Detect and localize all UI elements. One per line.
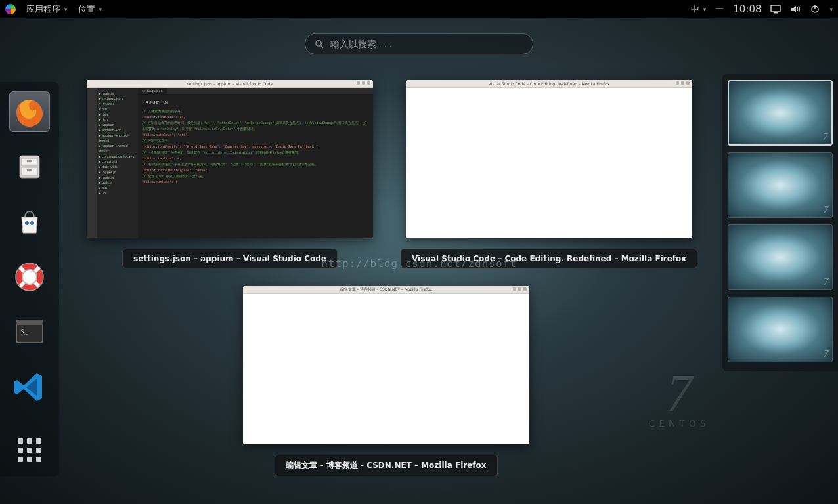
vscode-icon [13, 371, 46, 404]
overview-search[interactable] [305, 33, 533, 54]
search-icon [315, 39, 324, 49]
power-icon[interactable] [810, 4, 820, 14]
window-label: 编辑文章 - 博客频道 - CSDN.NET – Mozilla Firefox [275, 455, 497, 476]
window-title-small: Visual Studio Code – Code Editing. Redef… [489, 81, 609, 86]
volume-icon[interactable] [790, 4, 801, 14]
window-label: Visual Studio Code – Code Editing. Redef… [401, 249, 697, 268]
firefox-icon [12, 94, 47, 129]
svg-rect-10 [27, 160, 32, 162]
svg-point-13 [30, 221, 34, 225]
svg-line-5 [321, 46, 324, 49]
window-thumbnail-firefox-vscode[interactable]: Visual Studio Code – Code Editing. Redef… [401, 80, 697, 268]
lifebuoy-icon [13, 261, 46, 293]
chevron-down-icon: ▾ [64, 6, 68, 12]
workspace-thumb-2[interactable]: 7 [728, 152, 833, 218]
dash: $_ [0, 82, 59, 476]
places-label: 位置 [78, 3, 95, 15]
window-thumbnail-firefox-csdn[interactable]: 编辑文章 - 博客频道 - CSDN.NET – Mozilla Firefox… [243, 286, 529, 476]
svg-rect-3 [815, 5, 816, 9]
svg-text:$_: $_ [20, 328, 28, 335]
svg-rect-1 [774, 12, 778, 14]
window-titlebar: Visual Studio Code – Code Editing. Redef… [406, 80, 692, 88]
show-applications-button[interactable] [15, 436, 44, 465]
places-menu[interactable]: 位置 ▾ [78, 3, 102, 15]
svg-rect-11 [27, 169, 32, 171]
workspace-switcher: 7777 [722, 74, 838, 371]
window-label: settings.json – appium – Visual Studio C… [122, 249, 338, 268]
terminal-icon: $_ [14, 318, 45, 346]
svg-point-4 [316, 41, 321, 46]
svg-rect-0 [771, 5, 780, 12]
workspace-thumb-3[interactable]: 7 [728, 224, 833, 290]
window-titlebar: 编辑文章 - 博客频道 - CSDN.NET – Mozilla Firefox [243, 286, 529, 294]
dash-app-software[interactable] [9, 201, 50, 242]
dash-app-files[interactable] [9, 146, 50, 187]
top-panel: 应用程序 ▾ 位置 ▾ 中 ▾ 一 10:08 ▾ [0, 0, 838, 18]
chevron-down-icon: ▾ [99, 6, 102, 12]
distro-logo-icon [5, 4, 16, 14]
window-titlebar: settings.json – appium – Visual Studio C… [87, 80, 373, 88]
file-cabinet-icon [14, 152, 45, 182]
dash-app-firefox[interactable] [9, 91, 50, 132]
activities-overview: settings.json – appium – Visual Studio C… [72, 69, 713, 484]
screen-icon[interactable] [770, 4, 781, 14]
day-label: 一 [715, 3, 724, 15]
ime-indicator[interactable]: 中 ▾ [691, 3, 707, 15]
dash-app-vscode[interactable] [9, 367, 50, 408]
shopping-bag-icon [14, 207, 45, 237]
workspace-thumb-1[interactable]: 7 [728, 80, 833, 146]
clock[interactable]: 10:08 [733, 3, 761, 15]
search-input[interactable] [330, 39, 523, 49]
svg-rect-18 [16, 320, 43, 325]
window-title-small: settings.json – appium – Visual Studio C… [187, 81, 273, 86]
workspace-thumb-4[interactable]: 7 [728, 297, 833, 362]
window-title-small: 编辑文章 - 博客频道 - CSDN.NET – Mozilla Firefox [340, 287, 432, 293]
window-thumbnail-vscode[interactable]: settings.json – appium – Visual Studio C… [87, 80, 373, 268]
chevron-down-icon[interactable]: ▾ [829, 6, 833, 12]
chevron-down-icon: ▾ [703, 6, 707, 12]
ime-label: 中 [691, 3, 699, 15]
applications-menu[interactable]: 应用程序 ▾ [26, 3, 68, 15]
applications-label: 应用程序 [26, 3, 60, 15]
dash-app-help[interactable] [9, 257, 50, 297]
dash-app-terminal[interactable]: $_ [9, 312, 50, 352]
svg-point-12 [25, 221, 29, 225]
